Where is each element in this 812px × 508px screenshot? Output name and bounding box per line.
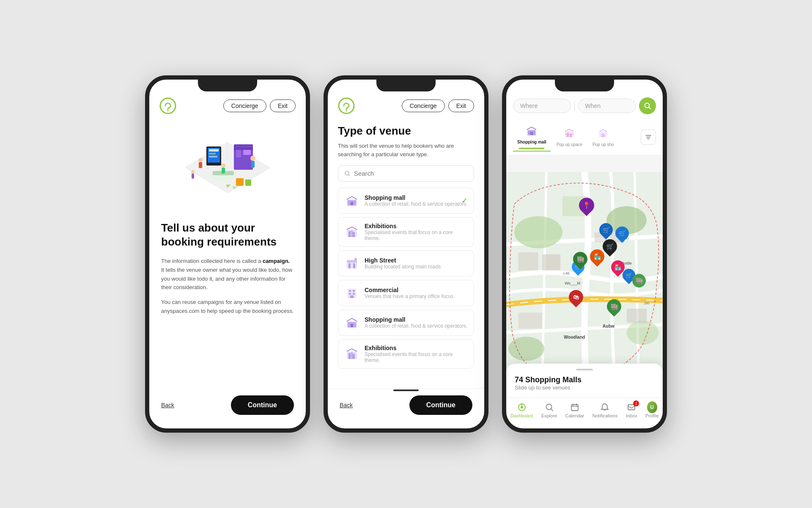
- category-tabs: Shopping mall Pop up space: [506, 119, 663, 155]
- venue-item-icon: [344, 285, 359, 301]
- svg-rect-46: [351, 324, 353, 327]
- active-tab-indicator: [519, 148, 544, 149]
- venue-list-item[interactable]: Exhibitions Specialised events that focu…: [338, 217, 474, 247]
- venue-item-text: Exhibitions Specialised events that focu…: [365, 345, 468, 363]
- nav-notifications-label: Notifications: [593, 413, 618, 418]
- venue-item-icon: [344, 346, 359, 362]
- explore-icon: [544, 402, 554, 412]
- svg-rect-70: [518, 312, 542, 329]
- where-input[interactable]: Where: [513, 99, 571, 113]
- nav-explore[interactable]: Explore: [541, 402, 557, 418]
- nav-explore-label: Explore: [541, 413, 557, 418]
- search-button[interactable]: [639, 97, 656, 114]
- desc-paragraph-1: The information collected here is called…: [161, 257, 294, 292]
- tab-popup-space[interactable]: Pop up space: [552, 125, 587, 149]
- map-view[interactable]: I-85 147 280 29 Woodland Aubw Wo___ld Th…: [506, 155, 663, 398]
- venue-item-text: High Street Building located along main …: [365, 257, 442, 270]
- venue-search-box[interactable]: [338, 165, 474, 182]
- where-label: Where: [520, 102, 538, 109]
- nav-notifications[interactable]: Notifications: [593, 402, 618, 418]
- profile-icon: U: [647, 402, 657, 412]
- svg-rect-32: [351, 230, 353, 237]
- svg-rect-67: [542, 254, 560, 271]
- venue-item-name: Exhibitions: [365, 223, 468, 229]
- nav-dashboard[interactable]: Dashboard: [510, 402, 533, 418]
- concierge-button[interactable]: Concierge: [223, 99, 266, 112]
- svg-rect-4: [236, 150, 241, 157]
- venue-list-item[interactable]: High Street Building located along main …: [338, 250, 474, 276]
- continue-button[interactable]: Continue: [231, 395, 294, 415]
- phone-3: Where When: [502, 75, 667, 433]
- exit-button[interactable]: Exit: [270, 99, 296, 112]
- svg-point-63: [627, 320, 659, 345]
- svg-point-17: [198, 158, 203, 162]
- phone-1-notch: [198, 80, 257, 91]
- map-pin-green-3[interactable]: 🏬: [632, 274, 646, 287]
- venue-item-icon: [344, 315, 359, 330]
- venue-item-desc: Specialised events that focus on a core …: [365, 351, 468, 363]
- venue-item-name: Exhibitions: [365, 345, 468, 351]
- when-input[interactable]: When: [578, 99, 636, 113]
- user-avatar: U: [647, 401, 657, 413]
- result-count-title: 74 Shopping Malls: [515, 375, 654, 384]
- phone-3-screen: Where When: [506, 80, 663, 428]
- popup-shop-icon: [596, 127, 610, 141]
- svg-rect-16: [209, 156, 217, 157]
- svg-rect-39: [349, 290, 351, 292]
- shopping-mall-icon: [525, 124, 538, 138]
- venue-item-text: Commercial Venues that have a primary of…: [365, 287, 455, 299]
- dashboard-icon: [517, 402, 527, 412]
- venue-item-icon: [344, 256, 359, 271]
- tab-shopping-mall[interactable]: Shopping mall: [513, 123, 551, 152]
- venue-item-icon: [344, 193, 359, 208]
- svg-point-37: [354, 258, 357, 260]
- svg-rect-41: [349, 293, 351, 295]
- map-bottom-sheet: 74 Shopping Malls Slide up to see venues: [506, 364, 663, 398]
- svg-rect-40: [353, 290, 355, 292]
- svg-rect-33: [347, 262, 357, 268]
- sheet-handle: [576, 369, 593, 370]
- venue-type-list: Shopping mall A collection of retail, fo…: [338, 188, 474, 388]
- svg-rect-48: [348, 353, 351, 359]
- phone-1-content: Concierge Exit: [149, 80, 306, 428]
- phone-2-footer: Back Continue: [328, 388, 484, 428]
- phone-1-body: Tell us about your booking requirements …: [149, 214, 306, 389]
- venue-type-subtitle: This will sort the venue to help bookers…: [338, 142, 474, 158]
- svg-rect-11: [222, 168, 225, 174]
- venue-item-icon: [344, 224, 359, 240]
- tab-popup-shop[interactable]: Pop up sho: [588, 125, 618, 149]
- venue-list-item[interactable]: Commercial Venues that have a primary of…: [338, 280, 474, 306]
- nav-profile[interactable]: U Profile: [645, 402, 658, 418]
- exit-button-2[interactable]: Exit: [448, 99, 474, 112]
- svg-rect-5: [243, 150, 251, 155]
- nav-inbox[interactable]: Inbox: [626, 402, 637, 418]
- nav-dashboard-label: Dashboard: [510, 413, 533, 418]
- svg-text:Woodland: Woodland: [564, 335, 585, 340]
- venue-item-desc: Specialised events that focus on a core …: [365, 229, 468, 241]
- back-button[interactable]: Back: [161, 402, 174, 409]
- phone-2: Concierge Exit Type of venue This will s…: [324, 75, 488, 433]
- phone-1-screen: Concierge Exit: [149, 80, 306, 428]
- search-input[interactable]: [354, 170, 468, 177]
- venue-item-desc: A collection of retail, food & service o…: [365, 201, 467, 207]
- svg-rect-84: [628, 405, 635, 410]
- calendar-icon: [570, 402, 580, 412]
- nav-profile-label: Profile: [645, 413, 658, 418]
- venue-list-item[interactable]: Exhibitions Specialised events that focu…: [338, 339, 474, 369]
- venue-list-item[interactable]: Shopping mall A collection of retail, fo…: [338, 188, 474, 214]
- header-buttons: Concierge Exit: [223, 99, 296, 112]
- filter-button[interactable]: [641, 130, 656, 145]
- svg-rect-20: [245, 179, 251, 186]
- nav-calendar[interactable]: Calendar: [565, 402, 584, 418]
- back-button-2[interactable]: Back: [340, 402, 353, 409]
- phone-3-content: Where When: [506, 80, 663, 428]
- venue-list-item[interactable]: Shopping mall A collection of retail, fo…: [338, 309, 474, 336]
- tab-popup-space-label: Pop up space: [557, 142, 582, 147]
- desc-paragraph-2: You can reuse campaigns for any venue li…: [161, 298, 294, 316]
- phone-3-notch: [555, 80, 614, 91]
- search-btn-icon: [644, 102, 651, 110]
- svg-rect-30: [348, 231, 351, 237]
- svg-rect-18: [199, 162, 202, 168]
- continue-button-2[interactable]: Continue: [409, 395, 472, 415]
- concierge-button-2[interactable]: Concierge: [402, 99, 445, 112]
